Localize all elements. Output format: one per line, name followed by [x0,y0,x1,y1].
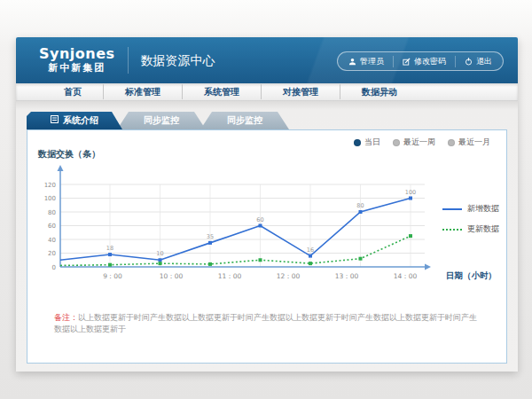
svg-text:20: 20 [48,250,56,257]
radio-label: 最近一周 [403,137,435,148]
document-icon [51,112,59,129]
person-icon [348,58,356,66]
svg-text:0: 0 [52,264,56,271]
user-name-label: 管理员 [360,56,384,67]
x-axis-title: 日期（小时） [446,270,497,282]
nav-item-4[interactable]: 数据异动 [340,84,419,99]
svg-text:40: 40 [48,237,56,244]
legend-label: 更新数据 [467,223,499,235]
svg-text:13 : 00: 13 : 00 [335,272,359,280]
radio-icon [393,139,400,146]
svg-text:18: 18 [106,245,113,252]
nav-item-0[interactable]: 首页 [43,84,103,99]
tab-sync-monitor[interactable]: 同步监控 [117,112,206,129]
radio-label: 当日 [364,137,380,148]
logo-text-secondary: 新中新集团 [39,63,115,74]
app-window: Synjones 新中新集团 数据资源中心 管理员 修改密码 退出 [16,37,518,372]
note-label: 备注： [54,313,78,322]
svg-text:9 : 00: 9 : 00 [103,272,122,280]
time-filter-group: 当日最近一周最近一月 [354,137,490,148]
logout-label: 退出 [476,56,492,67]
app-header: Synjones 新中新集团 数据资源中心 管理员 修改密码 退出 [16,37,518,83]
radio-icon [448,139,455,146]
radio-label: 最近一月 [458,137,490,148]
tab-label: 系统介绍 [63,112,98,129]
nav-item-3[interactable]: 对接管理 [261,84,340,99]
legend-line-sample [442,229,462,231]
svg-text:60: 60 [256,216,263,223]
page-title: 数据资源中心 [128,47,215,74]
svg-text:120: 120 [44,182,56,189]
svg-text:80: 80 [356,202,364,209]
user-pill: 管理员 修改密码 退出 [337,51,504,71]
radio-option-0[interactable]: 当日 [354,137,380,148]
svg-text:10: 10 [156,250,163,257]
note: 备注：以上数据更新于时间产生数据以上数据更新于时间产生数据以上数据更新于时间产生… [54,312,480,334]
edit-icon [403,58,411,66]
power-icon [465,58,473,66]
svg-text:100: 100 [405,189,416,196]
main-nav: 首页标准管理系统管理对接管理数据异动 [16,83,518,101]
brand-logo: Synjones 新中新集团 [39,46,115,74]
change-password-button[interactable]: 修改密码 [393,56,446,67]
logo-text-primary: Synjones [39,46,115,62]
svg-text:12 : 00: 12 : 00 [277,272,301,280]
change-password-label: 修改密码 [414,56,446,67]
svg-text:35: 35 [207,233,214,240]
logout-button[interactable]: 退出 [455,56,492,67]
user-name-button[interactable]: 管理员 [348,56,384,67]
svg-text:16: 16 [307,246,314,254]
radio-option-1[interactable]: 最近一周 [393,137,435,148]
chart-legend: 新增数据更新数据 [442,203,499,244]
svg-text:80: 80 [48,209,56,216]
legend-label: 新增数据 [467,203,499,215]
tab-sync-monitor-2[interactable]: 同步监控 [200,112,289,129]
svg-text:10 : 00: 10 : 00 [160,272,184,280]
tab-label: 同步监控 [227,112,262,129]
note-text: 以上数据更新于时间产生数据以上数据更新于时间产生数据以上数据更新于时间产生数据以… [54,313,477,333]
nav-item-1[interactable]: 标准管理 [103,84,182,99]
legend-item-1[interactable]: 更新数据 [442,223,499,235]
tab-label: 同步监控 [144,112,179,129]
svg-text:11 : 00: 11 : 00 [218,272,242,280]
y-axis-title: 数据交换（条） [38,148,100,160]
svg-text:60: 60 [48,223,56,230]
tab-system-intro[interactable]: 系统介绍 [27,112,122,129]
svg-text:14 : 00: 14 : 00 [394,272,418,280]
radio-option-2[interactable]: 最近一月 [448,137,490,148]
content-panel: 当日最近一周最近一月 数据交换（条） 0204060801001209 : 00… [27,129,507,364]
tab-bar: 系统介绍同步监控同步监控 [27,112,289,129]
nav-item-2[interactable]: 系统管理 [182,84,261,99]
svg-text:100: 100 [44,195,56,202]
legend-item-0[interactable]: 新增数据 [442,203,499,215]
radio-icon [354,139,361,146]
legend-line-sample [442,208,462,210]
content-area: 系统介绍同步监控同步监控 当日最近一周最近一月 数据交换（条） 02040608… [16,101,518,372]
